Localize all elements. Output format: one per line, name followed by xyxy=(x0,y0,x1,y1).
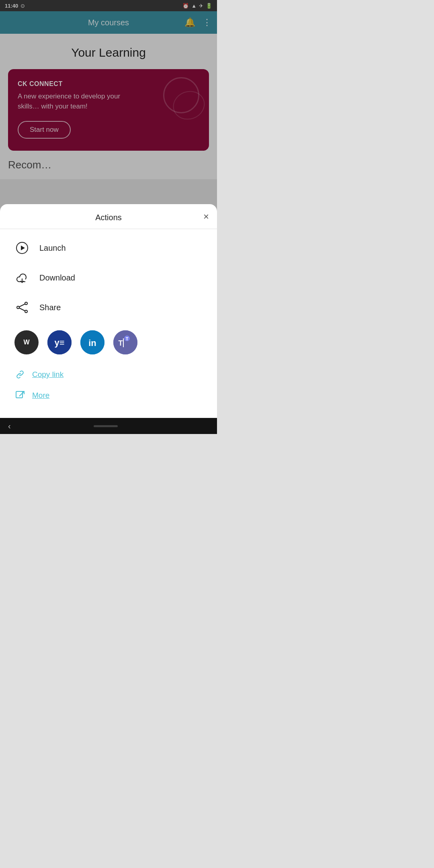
copy-link-label: Copy link xyxy=(32,370,63,379)
sheet-header: Actions × xyxy=(0,204,217,229)
workchat-share-button[interactable]: W xyxy=(14,330,39,354)
launch-label: Launch xyxy=(39,244,66,253)
svg-line-20 xyxy=(19,391,24,396)
more-external-icon xyxy=(14,390,26,401)
share-apps-row: W y≡ in T xyxy=(14,330,203,354)
svg-text:T: T xyxy=(126,336,129,341)
sheet-title: Actions xyxy=(95,213,122,222)
copy-link-button[interactable]: Copy link xyxy=(14,364,203,385)
svg-text:W: W xyxy=(23,339,30,346)
yammer-share-button[interactable]: y≡ xyxy=(47,330,72,354)
copy-link-icon xyxy=(14,369,26,380)
play-circle-icon xyxy=(14,240,30,256)
launch-action[interactable]: Launch xyxy=(0,233,217,263)
cloud-download-icon xyxy=(14,270,30,285)
share-label: Share xyxy=(39,303,61,312)
share-section: W y≡ in T xyxy=(0,326,217,410)
svg-marker-1 xyxy=(21,246,25,250)
svg-text:y≡: y≡ xyxy=(54,338,64,348)
actions-modal: Actions × Launch Download xyxy=(0,204,217,418)
svg-point-4 xyxy=(17,306,19,309)
share-action[interactable]: Share xyxy=(0,293,217,322)
svg-line-7 xyxy=(19,308,25,311)
close-button[interactable]: × xyxy=(203,212,209,221)
svg-text:T: T xyxy=(119,339,123,347)
download-label: Download xyxy=(39,273,75,283)
download-action[interactable]: Download xyxy=(0,263,217,293)
action-list: Launch Download xyxy=(0,229,217,326)
svg-point-14 xyxy=(113,330,137,354)
svg-point-3 xyxy=(25,302,27,305)
more-button[interactable]: More xyxy=(14,385,203,406)
teams-share-button[interactable]: T T xyxy=(113,330,137,354)
linkedin-share-button[interactable]: in xyxy=(80,330,104,354)
svg-text:in: in xyxy=(88,338,96,348)
svg-rect-16 xyxy=(123,338,124,347)
svg-line-6 xyxy=(19,304,25,307)
more-label: More xyxy=(32,391,49,400)
svg-point-5 xyxy=(25,310,27,313)
share-icon xyxy=(14,300,30,315)
svg-rect-19 xyxy=(16,391,23,398)
